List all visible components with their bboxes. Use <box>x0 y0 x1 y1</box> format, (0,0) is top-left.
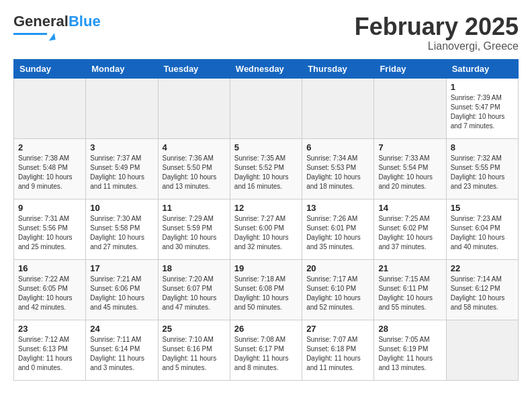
day-header-thursday: Thursday <box>302 59 374 78</box>
calendar-cell: 25Sunrise: 7:10 AM Sunset: 6:16 PM Dayli… <box>158 320 230 380</box>
calendar-cell: 18Sunrise: 7:20 AM Sunset: 6:07 PM Dayli… <box>158 259 230 320</box>
day-info: Sunrise: 7:36 AM Sunset: 5:50 PM Dayligh… <box>163 154 226 191</box>
day-info: Sunrise: 7:10 AM Sunset: 6:16 PM Dayligh… <box>163 335 226 373</box>
day-info: Sunrise: 7:20 AM Sunset: 6:07 PM Dayligh… <box>163 275 226 312</box>
calendar-cell: 19Sunrise: 7:18 AM Sunset: 6:08 PM Dayli… <box>230 259 302 320</box>
calendar-cell: 2Sunrise: 7:38 AM Sunset: 5:48 PM Daylig… <box>14 138 86 199</box>
day-number: 5 <box>234 142 298 152</box>
logo-blue-text: Blue <box>69 13 101 30</box>
day-info: Sunrise: 7:39 AM Sunset: 5:47 PM Dayligh… <box>451 93 514 131</box>
calendar-cell: 27Sunrise: 7:07 AM Sunset: 6:18 PM Dayli… <box>302 320 374 380</box>
calendar-cell: 4Sunrise: 7:36 AM Sunset: 5:50 PM Daylig… <box>158 138 230 199</box>
calendar-cell: 11Sunrise: 7:29 AM Sunset: 5:59 PM Dayli… <box>158 199 230 259</box>
calendar-cell: 8Sunrise: 7:32 AM Sunset: 5:55 PM Daylig… <box>446 138 518 199</box>
calendar-week-row: 16Sunrise: 7:22 AM Sunset: 6:05 PM Dayli… <box>14 259 519 320</box>
day-info: Sunrise: 7:33 AM Sunset: 5:54 PM Dayligh… <box>378 154 441 191</box>
day-number: 27 <box>306 324 369 334</box>
day-info: Sunrise: 7:37 AM Sunset: 5:49 PM Dayligh… <box>90 154 153 191</box>
day-info: Sunrise: 7:18 AM Sunset: 6:08 PM Dayligh… <box>234 275 298 312</box>
day-info: Sunrise: 7:31 AM Sunset: 5:56 PM Dayligh… <box>18 214 81 252</box>
logo-general-text: General <box>13 13 69 30</box>
calendar-cell: 12Sunrise: 7:27 AM Sunset: 6:00 PM Dayli… <box>230 199 302 259</box>
calendar-cell: 3Sunrise: 7:37 AM Sunset: 5:49 PM Daylig… <box>86 138 158 199</box>
day-number: 16 <box>18 263 81 273</box>
day-header-monday: Monday <box>86 59 158 78</box>
day-number: 14 <box>378 203 441 213</box>
day-info: Sunrise: 7:38 AM Sunset: 5:48 PM Dayligh… <box>18 154 81 191</box>
day-number: 6 <box>306 142 369 152</box>
day-number: 25 <box>163 324 226 334</box>
calendar-cell: 15Sunrise: 7:23 AM Sunset: 6:04 PM Dayli… <box>446 199 518 259</box>
day-header-friday: Friday <box>374 59 446 78</box>
calendar-cell: 9Sunrise: 7:31 AM Sunset: 5:56 PM Daylig… <box>14 199 86 259</box>
calendar-cell: 5Sunrise: 7:35 AM Sunset: 5:52 PM Daylig… <box>230 138 302 199</box>
day-info: Sunrise: 7:32 AM Sunset: 5:55 PM Dayligh… <box>451 154 514 191</box>
day-number: 24 <box>90 324 153 334</box>
calendar-cell <box>14 78 86 138</box>
month-title: February 2025 <box>355 13 519 40</box>
day-info: Sunrise: 7:08 AM Sunset: 6:17 PM Dayligh… <box>234 335 298 373</box>
day-number: 22 <box>451 263 514 273</box>
calendar-cell: 20Sunrise: 7:17 AM Sunset: 6:10 PM Dayli… <box>302 259 374 320</box>
calendar-cell: 26Sunrise: 7:08 AM Sunset: 6:17 PM Dayli… <box>230 320 302 380</box>
day-info: Sunrise: 7:30 AM Sunset: 5:58 PM Dayligh… <box>90 214 153 252</box>
day-number: 19 <box>234 263 298 273</box>
calendar-cell: 13Sunrise: 7:26 AM Sunset: 6:01 PM Dayli… <box>302 199 374 259</box>
calendar-cell <box>158 78 230 138</box>
day-info: Sunrise: 7:29 AM Sunset: 5:59 PM Dayligh… <box>163 214 226 252</box>
day-number: 17 <box>90 263 153 273</box>
day-info: Sunrise: 7:12 AM Sunset: 6:13 PM Dayligh… <box>18 335 81 373</box>
calendar-cell: 23Sunrise: 7:12 AM Sunset: 6:13 PM Dayli… <box>14 320 86 380</box>
day-number: 21 <box>378 263 441 273</box>
calendar-cell: 22Sunrise: 7:14 AM Sunset: 6:12 PM Dayli… <box>446 259 518 320</box>
day-info: Sunrise: 7:27 AM Sunset: 6:00 PM Dayligh… <box>234 214 298 252</box>
calendar-cell <box>374 78 446 138</box>
day-info: Sunrise: 7:35 AM Sunset: 5:52 PM Dayligh… <box>234 154 298 191</box>
calendar-cell: 10Sunrise: 7:30 AM Sunset: 5:58 PM Dayli… <box>86 199 158 259</box>
day-info: Sunrise: 7:15 AM Sunset: 6:11 PM Dayligh… <box>378 275 441 312</box>
day-info: Sunrise: 7:23 AM Sunset: 6:04 PM Dayligh… <box>451 214 514 252</box>
day-number: 26 <box>234 324 298 334</box>
day-info: Sunrise: 7:22 AM Sunset: 6:05 PM Dayligh… <box>18 275 81 312</box>
calendar-cell: 17Sunrise: 7:21 AM Sunset: 6:06 PM Dayli… <box>86 259 158 320</box>
calendar-cell: 6Sunrise: 7:34 AM Sunset: 5:53 PM Daylig… <box>302 138 374 199</box>
day-number: 23 <box>18 324 81 334</box>
calendar-week-row: 23Sunrise: 7:12 AM Sunset: 6:13 PM Dayli… <box>14 320 519 380</box>
day-header-sunday: Sunday <box>14 59 86 78</box>
day-header-wednesday: Wednesday <box>230 59 302 78</box>
day-info: Sunrise: 7:07 AM Sunset: 6:18 PM Dayligh… <box>306 335 369 373</box>
calendar-cell: 16Sunrise: 7:22 AM Sunset: 6:05 PM Dayli… <box>14 259 86 320</box>
day-number: 4 <box>163 142 226 152</box>
page-header: GeneralBlue February 2025 Lianovergi, Gr… <box>13 13 519 52</box>
day-header-tuesday: Tuesday <box>158 59 230 78</box>
logo: GeneralBlue <box>13 13 101 40</box>
day-number: 3 <box>90 142 153 152</box>
day-number: 20 <box>306 263 369 273</box>
calendar-cell <box>302 78 374 138</box>
day-number: 15 <box>451 203 514 213</box>
day-number: 9 <box>18 203 81 213</box>
calendar-week-row: 1Sunrise: 7:39 AM Sunset: 5:47 PM Daylig… <box>14 78 519 138</box>
day-number: 18 <box>163 263 226 273</box>
calendar-header-row: SundayMondayTuesdayWednesdayThursdayFrid… <box>14 59 519 78</box>
day-info: Sunrise: 7:21 AM Sunset: 6:06 PM Dayligh… <box>90 275 153 312</box>
calendar-table: SundayMondayTuesdayWednesdayThursdayFrid… <box>13 59 519 381</box>
day-header-saturday: Saturday <box>446 59 518 78</box>
calendar-cell: 1Sunrise: 7:39 AM Sunset: 5:47 PM Daylig… <box>446 78 518 138</box>
day-info: Sunrise: 7:05 AM Sunset: 6:19 PM Dayligh… <box>378 335 441 373</box>
day-number: 28 <box>378 324 441 334</box>
calendar-week-row: 2Sunrise: 7:38 AM Sunset: 5:48 PM Daylig… <box>14 138 519 199</box>
day-number: 12 <box>234 203 298 213</box>
calendar-cell <box>86 78 158 138</box>
calendar-week-row: 9Sunrise: 7:31 AM Sunset: 5:56 PM Daylig… <box>14 199 519 259</box>
calendar-cell: 28Sunrise: 7:05 AM Sunset: 6:19 PM Dayli… <box>374 320 446 380</box>
location: Lianovergi, Greece <box>355 40 519 52</box>
day-info: Sunrise: 7:25 AM Sunset: 6:02 PM Dayligh… <box>378 214 441 252</box>
day-info: Sunrise: 7:14 AM Sunset: 6:12 PM Dayligh… <box>451 275 514 312</box>
day-number: 13 <box>306 203 369 213</box>
day-info: Sunrise: 7:11 AM Sunset: 6:14 PM Dayligh… <box>90 335 153 373</box>
day-number: 10 <box>90 203 153 213</box>
calendar-cell: 7Sunrise: 7:33 AM Sunset: 5:54 PM Daylig… <box>374 138 446 199</box>
calendar-cell: 14Sunrise: 7:25 AM Sunset: 6:02 PM Dayli… <box>374 199 446 259</box>
calendar-cell <box>230 78 302 138</box>
